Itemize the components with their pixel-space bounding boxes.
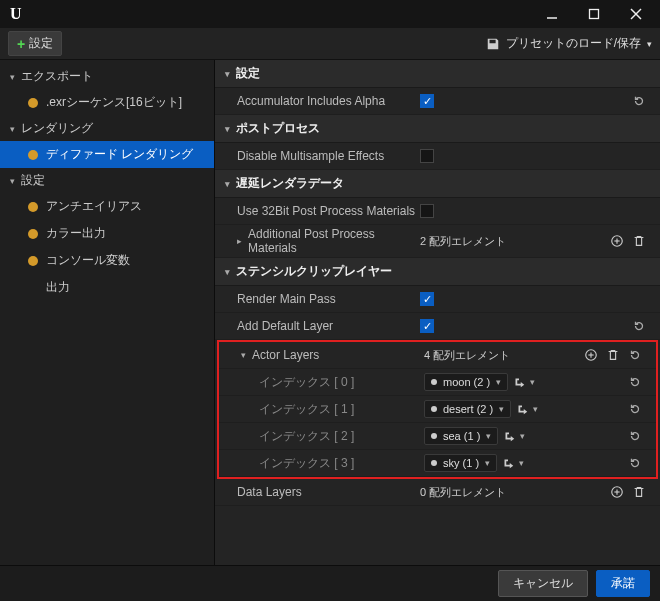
titlebar: U [0, 0, 660, 28]
reset-icon[interactable] [628, 429, 642, 443]
cancel-button[interactable]: キャンセル [498, 570, 588, 597]
index-label: インデックス [ 3 ] [259, 455, 354, 472]
property-label: Actor Layers [252, 348, 319, 362]
bullet-icon [431, 406, 437, 412]
chevron-down-icon: ▾ [485, 458, 490, 468]
chevron-down-icon: ▾ [225, 124, 230, 134]
trash-icon[interactable] [606, 348, 620, 362]
array-count: 4 配列エレメント [424, 348, 510, 363]
chevron-down-icon[interactable]: ▾ [519, 458, 524, 468]
chevron-right-icon[interactable]: ▸ [237, 236, 242, 246]
layer-dropdown[interactable]: moon (2 )▾ [424, 373, 508, 391]
section-settings[interactable]: ▾ 設定 [215, 60, 660, 88]
section-label: 遅延レンダラデータ [236, 175, 344, 192]
close-button[interactable] [616, 2, 656, 26]
checkbox[interactable]: ✓ [420, 319, 434, 333]
property-label: Data Layers [237, 485, 302, 499]
chevron-down-icon: ▾ [486, 431, 491, 441]
reset-icon[interactable] [632, 94, 646, 108]
property-label: Use 32Bit Post Process Materials [237, 204, 415, 218]
index-label: インデックス [ 1 ] [259, 401, 354, 418]
bullet-icon [431, 460, 437, 466]
reset-icon[interactable] [628, 456, 642, 470]
chevron-down-icon[interactable]: ▾ [530, 377, 535, 387]
chevron-down-icon[interactable]: ▾ [520, 431, 525, 441]
sidebar-item-color[interactable]: カラー出力 [0, 220, 214, 247]
chevron-down-icon[interactable]: ▾ [241, 350, 246, 360]
section-deferred[interactable]: ▾ 遅延レンダラデータ [215, 170, 660, 198]
checkbox[interactable]: ✓ [420, 94, 434, 108]
goto-icon[interactable] [502, 429, 516, 443]
details-panel: ▾ 設定 Accumulator Includes Alpha ✓ ▾ ポストプ… [215, 60, 660, 565]
row-data-layers: Data Layers 0 配列エレメント [215, 479, 660, 506]
goto-icon[interactable] [512, 375, 526, 389]
row-actor-layers: ▾Actor Layers 4 配列エレメント [219, 342, 656, 369]
row-add-default-layer: Add Default Layer ✓ [215, 313, 660, 340]
property-label: Render Main Pass [237, 292, 336, 306]
section-postprocess[interactable]: ▾ ポストプロセス [215, 115, 660, 143]
layer-dropdown[interactable]: sea (1 )▾ [424, 427, 498, 445]
chevron-down-icon: ▾ [225, 69, 230, 79]
goto-icon[interactable] [501, 456, 515, 470]
sidebar-item-label: アンチエイリアス [46, 198, 142, 215]
property-label: Add Default Layer [237, 319, 333, 333]
sidebar-group-settings[interactable]: ▾ 設定 [0, 168, 214, 193]
reset-icon[interactable] [628, 402, 642, 416]
sidebar-group-export[interactable]: ▾ エクスポート [0, 64, 214, 89]
row-actor-index-1: インデックス [ 1 ] desert (2 )▾ ▾ [219, 396, 656, 423]
chevron-down-icon: ▾ [496, 377, 501, 387]
maximize-button[interactable] [574, 2, 614, 26]
body: ▾ エクスポート .exrシーケンス[16ビット] ▾ レンダリング ディファー… [0, 60, 660, 565]
sidebar-item-output[interactable]: 出力 [0, 274, 214, 301]
property-label: Disable Multisample Effects [237, 149, 384, 163]
actor-layers-highlight: ▾Actor Layers 4 配列エレメント インデックス [ 0 ] moo… [217, 340, 658, 479]
reset-icon[interactable] [632, 319, 646, 333]
chevron-down-icon: ▾ [10, 72, 15, 82]
sidebar-group-label: エクスポート [21, 68, 93, 85]
sidebar-item-deferred[interactable]: ディファード レンダリング [0, 141, 214, 168]
add-icon[interactable] [584, 348, 598, 362]
layer-value: moon (2 ) [443, 376, 490, 388]
add-icon[interactable] [610, 485, 624, 499]
property-label: Accumulator Includes Alpha [237, 94, 385, 108]
chevron-down-icon[interactable]: ▾ [533, 404, 538, 414]
add-settings-label: 設定 [29, 35, 53, 52]
row-actor-index-3: インデックス [ 3 ] sky (1 )▾ ▾ [219, 450, 656, 477]
index-label: インデックス [ 0 ] [259, 374, 354, 391]
section-stencil[interactable]: ▾ ステンシルクリップレイヤー [215, 258, 660, 286]
enabled-dot-icon [28, 202, 38, 212]
accept-button[interactable]: 承諾 [596, 570, 650, 597]
checkbox[interactable] [420, 204, 434, 218]
add-settings-button[interactable]: + 設定 [8, 31, 62, 56]
sidebar-group-rendering[interactable]: ▾ レンダリング [0, 116, 214, 141]
section-label: ステンシルクリップレイヤー [236, 263, 392, 280]
row-render-main-pass: Render Main Pass ✓ [215, 286, 660, 313]
enabled-dot-icon [28, 98, 38, 108]
section-label: 設定 [236, 65, 260, 82]
plus-icon: + [17, 36, 25, 52]
chevron-down-icon: ▾ [10, 124, 15, 134]
array-count: 0 配列エレメント [420, 485, 506, 500]
app-logo: U [4, 5, 22, 23]
reset-icon[interactable] [628, 375, 642, 389]
checkbox[interactable]: ✓ [420, 292, 434, 306]
reset-icon[interactable] [628, 348, 642, 362]
trash-icon[interactable] [632, 485, 646, 499]
minimize-button[interactable] [532, 2, 572, 26]
layer-dropdown[interactable]: sky (1 )▾ [424, 454, 497, 472]
trash-icon[interactable] [632, 234, 646, 248]
index-label: インデックス [ 2 ] [259, 428, 354, 445]
goto-icon[interactable] [515, 402, 529, 416]
preset-load-save-button[interactable]: プリセットのロード/保存 ▾ [486, 35, 652, 52]
sidebar-item-exr[interactable]: .exrシーケンス[16ビット] [0, 89, 214, 116]
layer-value: desert (2 ) [443, 403, 493, 415]
sidebar-item-console[interactable]: コンソール変数 [0, 247, 214, 274]
add-icon[interactable] [610, 234, 624, 248]
layer-dropdown[interactable]: desert (2 )▾ [424, 400, 511, 418]
array-count: 2 配列エレメント [420, 234, 506, 249]
sidebar-item-label: カラー出力 [46, 225, 106, 242]
sidebar-item-antialias[interactable]: アンチエイリアス [0, 193, 214, 220]
chevron-down-icon: ▾ [499, 404, 504, 414]
row-actor-index-0: インデックス [ 0 ] moon (2 )▾ ▾ [219, 369, 656, 396]
checkbox[interactable] [420, 149, 434, 163]
